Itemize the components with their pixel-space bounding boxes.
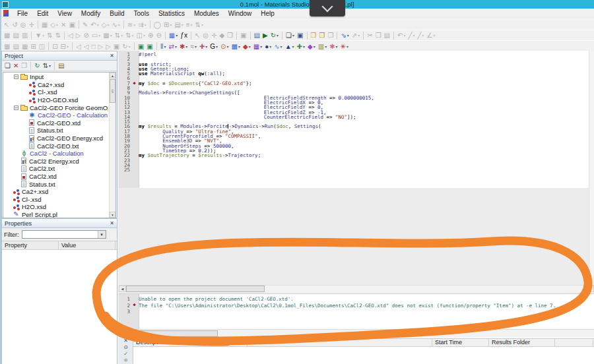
- tree-item[interactable]: CaCl2-GEO Energy.xcd: [3, 135, 108, 142]
- tree-item[interactable]: Ca2+.xsd: [3, 188, 108, 196]
- sketch-line-button[interactable]: ╱▾: [407, 31, 415, 40]
- menu-window[interactable]: Window: [224, 10, 257, 17]
- tree-item[interactable]: Status.txt: [3, 180, 108, 188]
- code-editor[interactable]: 1#!perl23use strict;4use Getopt::Long;5u…: [119, 51, 594, 292]
- bond-tool-button[interactable]: ⇉▾: [137, 20, 147, 29]
- tree-item[interactable]: ✱CaCl2-GEO - Calculation: [3, 111, 108, 119]
- next-frame-button[interactable]: ▷: [75, 31, 82, 40]
- anim-next-button[interactable]: ▷: [105, 42, 112, 51]
- layers-button[interactable]: ▤▾: [174, 20, 183, 29]
- zoom-select-button[interactable]: ◫▾: [136, 31, 146, 40]
- module-mesocite-button[interactable]: ⊙▾: [220, 42, 229, 51]
- scroll-left-icon[interactable]: ◀: [119, 330, 126, 337]
- job-status-ok-icon[interactable]: ✓: [123, 351, 128, 357]
- paste-button[interactable]: ▤: [383, 31, 391, 40]
- close-panel-icon[interactable]: ✕: [123, 338, 128, 344]
- chart-type-button[interactable]: ▭▾: [91, 31, 101, 40]
- new-document-button[interactable]: ❏▾: [285, 31, 295, 40]
- lattice-button[interactable]: ⊞▾: [163, 20, 172, 29]
- module-onetep-button[interactable]: ●▾: [264, 42, 272, 51]
- delete-atom-button[interactable]: ✕: [60, 20, 67, 29]
- zoom-mode-button[interactable]: ◎: [20, 20, 27, 29]
- module-morphology-button[interactable]: ▲▾: [284, 42, 295, 51]
- tree-item[interactable]: CaCl2.xtd: [3, 173, 108, 181]
- view-5-button[interactable]: ◫: [38, 42, 46, 51]
- anim-first-button[interactable]: ◁: [75, 42, 82, 51]
- zoom-out-button[interactable]: ⊖: [155, 31, 162, 40]
- scroll-right-icon[interactable]: ▶: [126, 330, 133, 337]
- sketch-fragment-button[interactable]: ↶▾: [90, 20, 99, 29]
- jobs-column-header[interactable]: Description: [133, 339, 210, 346]
- tree-item[interactable]: Status.txt: [3, 127, 108, 135]
- jobs-column-header[interactable]: Results Folder: [489, 339, 555, 346]
- save-button[interactable]: ▣: [296, 31, 304, 40]
- pin-panel-icon[interactable]: ⊙: [123, 344, 128, 351]
- module-synthia-button[interactable]: ✚▾: [296, 42, 306, 51]
- menu-tools[interactable]: Tools: [129, 10, 154, 17]
- recenter-button[interactable]: ⊡: [51, 42, 58, 51]
- chevron-down-icon[interactable]: ▾: [98, 231, 106, 238]
- tree-item[interactable]: ϕCaCl2 - Calculation: [3, 150, 108, 158]
- project-panel-header[interactable]: Project ✕: [2, 51, 117, 61]
- menu-modules[interactable]: Modules: [189, 10, 224, 17]
- sketch-atom-button[interactable]: ✎: [82, 20, 88, 29]
- adjust-hydrogen-button[interactable]: ≋▾: [127, 20, 136, 29]
- close-icon[interactable]: ✕: [110, 221, 114, 226]
- view-1-button[interactable]: ▦: [3, 42, 11, 51]
- scroll-down-icon[interactable]: ▼: [110, 212, 116, 218]
- tree-item[interactable]: Ca2+.xsd: [3, 81, 108, 89]
- jobs-column-header[interactable]: Start Time: [432, 339, 489, 346]
- tree-item[interactable]: CaCl2-GEO.txt: [3, 142, 108, 150]
- clean-button[interactable]: ◇▾: [50, 20, 59, 29]
- column-view-button[interactable]: ▥: [21, 31, 28, 40]
- scroll-right-icon[interactable]: ▶: [587, 286, 594, 292]
- cut-button[interactable]: ✂: [366, 31, 373, 40]
- sort-items-button[interactable]: ⇅▾: [42, 61, 51, 70]
- export-button[interactable]: ⇗▾: [351, 31, 360, 40]
- run-file-button[interactable]: ▤: [253, 31, 261, 40]
- rotate-mode-button[interactable]: ↺: [11, 20, 18, 29]
- sort-ascending-button[interactable]: ⇅: [46, 31, 53, 40]
- sort-descending-button[interactable]: ⇅: [55, 31, 61, 40]
- display-style-button[interactable]: ▦▾: [168, 31, 178, 40]
- module-polymer-button[interactable]: ✱▾: [329, 42, 338, 51]
- anim-end-button[interactable]: ▣: [113, 42, 120, 51]
- sort-b-button[interactable]: ⇅▾: [125, 31, 134, 40]
- view-options-button[interactable]: ⊟▾: [60, 42, 69, 51]
- copy-document-button[interactable]: ❐: [327, 31, 334, 40]
- module-sorption-button[interactable]: ⇄▾: [168, 42, 178, 51]
- pan-tool-button[interactable]: ✛: [211, 31, 217, 40]
- module-gulp-button[interactable]: G▾: [209, 42, 218, 51]
- open-project-button[interactable]: ❒: [319, 31, 326, 40]
- scrollbar-thumb[interactable]: [126, 286, 265, 292]
- menu-file[interactable]: File: [13, 10, 32, 17]
- module-castep-button[interactable]: Ⅱ▾: [160, 42, 167, 51]
- scroll-up-icon[interactable]: ▲: [110, 73, 116, 78]
- view-3-button[interactable]: ▦: [21, 42, 28, 51]
- jobs-column-header[interactable]: Job Id: [210, 339, 248, 346]
- copy-button[interactable]: ❐: [375, 31, 382, 40]
- module-kinetix-button[interactable]: ✳▾: [340, 42, 349, 51]
- jobs-column-header[interactable]: [555, 339, 593, 346]
- tree-expander-icon[interactable]: −: [14, 106, 18, 110]
- copy-image-button[interactable]: ❐: [226, 31, 234, 40]
- refresh-button[interactable]: ↻: [34, 61, 40, 70]
- menu-statistics[interactable]: Statistics: [154, 10, 189, 17]
- view-4-button[interactable]: ⊞: [30, 42, 36, 51]
- value-column-header[interactable]: Value: [59, 241, 116, 249]
- module-discover-button[interactable]: ▦▾: [253, 42, 263, 51]
- open-button[interactable]: ❒: [310, 31, 317, 40]
- jobs-column-header[interactable]: [248, 339, 432, 346]
- anim-play-button[interactable]: ▷: [97, 42, 104, 51]
- title-bar[interactable]: 0.1mol - Materials Studio - [Perl Script…: [0, 0, 594, 9]
- align-button[interactable]: ≡▾: [185, 20, 193, 29]
- module-reflex-button[interactable]: ∿▾: [273, 42, 282, 51]
- tree-scrollbar[interactable]: ▲ ▼: [109, 73, 116, 218]
- project-explorer-button[interactable]: ▤: [57, 61, 65, 70]
- tree-item[interactable]: −CaCl2-GEO Forcite GeomOpt: [3, 104, 108, 111]
- script-output-pane[interactable]: 1Unable to open the project document 'Ca…: [119, 293, 594, 330]
- menu-modify[interactable]: Modify: [77, 10, 105, 17]
- tree-item[interactable]: Cl-.xsd: [3, 196, 108, 204]
- menu-build[interactable]: Build: [105, 10, 129, 17]
- run-script-button[interactable]: ↻▾: [270, 31, 279, 40]
